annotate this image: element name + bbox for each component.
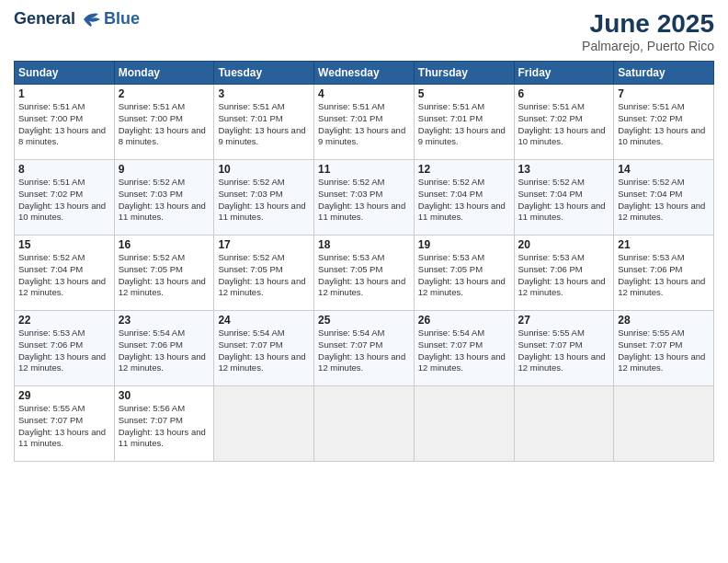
- header: General Blue June 2025 Palmarejo, Puerto…: [14, 9, 714, 53]
- calendar-subtitle: Palmarejo, Puerto Rico: [582, 39, 714, 53]
- weekday-header-sunday: Sunday: [15, 62, 115, 85]
- day-info: Sunrise: 5:56 AMSunset: 7:07 PMDaylight:…: [119, 403, 210, 450]
- calendar-cell: 12Sunrise: 5:52 AMSunset: 7:04 PMDayligh…: [414, 160, 514, 236]
- calendar-cell: 24Sunrise: 5:54 AMSunset: 7:07 PMDayligh…: [214, 311, 314, 386]
- day-number: 3: [218, 87, 310, 100]
- calendar-cell: 10Sunrise: 5:52 AMSunset: 7:03 PMDayligh…: [214, 160, 314, 236]
- logo-bird-icon: [82, 10, 102, 29]
- weekday-header-thursday: Thursday: [414, 62, 514, 85]
- calendar-cell: 23Sunrise: 5:54 AMSunset: 7:06 PMDayligh…: [114, 311, 214, 386]
- calendar-cell: 11Sunrise: 5:52 AMSunset: 7:03 PMDayligh…: [314, 160, 415, 236]
- day-info: Sunrise: 5:52 AMSunset: 7:04 PMDaylight:…: [618, 177, 710, 224]
- day-number: 27: [518, 314, 610, 327]
- week-row-4: 22Sunrise: 5:53 AMSunset: 7:06 PMDayligh…: [15, 311, 714, 386]
- calendar-cell: 30Sunrise: 5:56 AMSunset: 7:07 PMDayligh…: [114, 386, 214, 462]
- day-info: Sunrise: 5:51 AMSunset: 7:01 PMDaylight:…: [318, 101, 410, 148]
- calendar-cell: 27Sunrise: 5:55 AMSunset: 7:07 PMDayligh…: [514, 311, 614, 386]
- day-info: Sunrise: 5:54 AMSunset: 7:07 PMDaylight:…: [218, 327, 310, 374]
- calendar-cell: 4Sunrise: 5:51 AMSunset: 7:01 PMDaylight…: [314, 85, 415, 160]
- day-info: Sunrise: 5:53 AMSunset: 7:05 PMDaylight:…: [318, 252, 410, 299]
- day-info: Sunrise: 5:53 AMSunset: 7:06 PMDaylight:…: [618, 252, 710, 299]
- day-number: 28: [618, 314, 710, 327]
- day-info: Sunrise: 5:52 AMSunset: 7:04 PMDaylight:…: [518, 177, 610, 224]
- week-row-3: 15Sunrise: 5:52 AMSunset: 7:04 PMDayligh…: [15, 236, 714, 311]
- day-info: Sunrise: 5:54 AMSunset: 7:06 PMDaylight:…: [119, 327, 210, 374]
- logo-general: General: [14, 9, 75, 28]
- day-info: Sunrise: 5:52 AMSunset: 7:03 PMDaylight:…: [119, 177, 210, 224]
- day-number: 23: [119, 314, 210, 327]
- day-info: Sunrise: 5:52 AMSunset: 7:03 PMDaylight:…: [218, 177, 310, 224]
- calendar-cell: 9Sunrise: 5:52 AMSunset: 7:03 PMDaylight…: [114, 160, 214, 236]
- week-row-2: 8Sunrise: 5:51 AMSunset: 7:02 PMDaylight…: [15, 160, 714, 236]
- day-number: 25: [318, 314, 410, 327]
- weekday-header-friday: Friday: [514, 62, 614, 85]
- calendar-cell: 19Sunrise: 5:53 AMSunset: 7:05 PMDayligh…: [414, 236, 514, 311]
- day-number: 7: [618, 87, 710, 100]
- day-number: 8: [18, 163, 110, 176]
- calendar-cell: 28Sunrise: 5:55 AMSunset: 7:07 PMDayligh…: [614, 311, 714, 386]
- calendar-cell: 3Sunrise: 5:51 AMSunset: 7:01 PMDaylight…: [214, 85, 314, 160]
- calendar-cell: 29Sunrise: 5:55 AMSunset: 7:07 PMDayligh…: [15, 386, 115, 462]
- calendar-cell: 6Sunrise: 5:51 AMSunset: 7:02 PMDaylight…: [514, 85, 614, 160]
- calendar-cell: 1Sunrise: 5:51 AMSunset: 7:00 PMDaylight…: [15, 85, 115, 160]
- day-number: 6: [518, 87, 610, 100]
- calendar-table: SundayMondayTuesdayWednesdayThursdayFrid…: [14, 61, 714, 462]
- day-info: Sunrise: 5:53 AMSunset: 7:06 PMDaylight:…: [18, 327, 110, 374]
- day-number: 29: [18, 389, 110, 402]
- calendar-cell: 5Sunrise: 5:51 AMSunset: 7:01 PMDaylight…: [414, 85, 514, 160]
- day-number: 30: [119, 389, 210, 402]
- calendar-cell: 20Sunrise: 5:53 AMSunset: 7:06 PMDayligh…: [514, 236, 614, 311]
- logo-blue: Blue: [104, 9, 140, 29]
- logo: General Blue: [14, 9, 140, 29]
- day-number: 18: [318, 238, 410, 251]
- title-block: June 2025 Palmarejo, Puerto Rico: [582, 9, 714, 53]
- day-info: Sunrise: 5:51 AMSunset: 7:02 PMDaylight:…: [518, 101, 610, 148]
- day-number: 24: [218, 314, 310, 327]
- calendar-cell: [614, 386, 714, 462]
- day-number: 20: [518, 238, 610, 251]
- calendar-title: June 2025: [582, 9, 714, 39]
- day-number: 4: [318, 87, 410, 100]
- day-info: Sunrise: 5:51 AMSunset: 7:00 PMDaylight:…: [119, 101, 210, 148]
- day-number: 22: [18, 314, 110, 327]
- day-number: 2: [119, 87, 210, 100]
- logo-text: General: [14, 9, 102, 29]
- day-number: 5: [418, 87, 510, 100]
- calendar-cell: 22Sunrise: 5:53 AMSunset: 7:06 PMDayligh…: [15, 311, 115, 386]
- calendar-cell: [514, 386, 614, 462]
- day-number: 26: [418, 314, 510, 327]
- day-info: Sunrise: 5:51 AMSunset: 7:00 PMDaylight:…: [18, 101, 110, 148]
- calendar-cell: 18Sunrise: 5:53 AMSunset: 7:05 PMDayligh…: [314, 236, 415, 311]
- calendar-cell: 2Sunrise: 5:51 AMSunset: 7:00 PMDaylight…: [114, 85, 214, 160]
- day-number: 21: [618, 238, 710, 251]
- calendar-cell: [314, 386, 415, 462]
- calendar-cell: 14Sunrise: 5:52 AMSunset: 7:04 PMDayligh…: [614, 160, 714, 236]
- weekday-header-monday: Monday: [114, 62, 214, 85]
- day-number: 19: [418, 238, 510, 251]
- week-row-5: 29Sunrise: 5:55 AMSunset: 7:07 PMDayligh…: [15, 386, 714, 462]
- day-number: 12: [418, 163, 510, 176]
- day-number: 10: [218, 163, 310, 176]
- weekday-header-tuesday: Tuesday: [214, 62, 314, 85]
- day-info: Sunrise: 5:52 AMSunset: 7:04 PMDaylight:…: [18, 252, 110, 299]
- day-info: Sunrise: 5:53 AMSunset: 7:06 PMDaylight:…: [518, 252, 610, 299]
- calendar-cell: 17Sunrise: 5:52 AMSunset: 7:05 PMDayligh…: [214, 236, 314, 311]
- day-number: 1: [18, 87, 110, 100]
- weekday-header-row: SundayMondayTuesdayWednesdayThursdayFrid…: [15, 62, 714, 85]
- day-number: 11: [318, 163, 410, 176]
- calendar-cell: 13Sunrise: 5:52 AMSunset: 7:04 PMDayligh…: [514, 160, 614, 236]
- calendar-cell: 15Sunrise: 5:52 AMSunset: 7:04 PMDayligh…: [15, 236, 115, 311]
- page: General Blue June 2025 Palmarejo, Puerto…: [0, 0, 728, 563]
- day-info: Sunrise: 5:51 AMSunset: 7:02 PMDaylight:…: [618, 101, 710, 148]
- day-number: 17: [218, 238, 310, 251]
- day-info: Sunrise: 5:55 AMSunset: 7:07 PMDaylight:…: [618, 327, 710, 374]
- day-info: Sunrise: 5:54 AMSunset: 7:07 PMDaylight:…: [418, 327, 510, 374]
- calendar-cell: 16Sunrise: 5:52 AMSunset: 7:05 PMDayligh…: [114, 236, 214, 311]
- day-info: Sunrise: 5:52 AMSunset: 7:05 PMDaylight:…: [218, 252, 310, 299]
- weekday-header-saturday: Saturday: [614, 62, 714, 85]
- day-info: Sunrise: 5:55 AMSunset: 7:07 PMDaylight:…: [18, 403, 110, 450]
- calendar-cell: 8Sunrise: 5:51 AMSunset: 7:02 PMDaylight…: [15, 160, 115, 236]
- weekday-header-wednesday: Wednesday: [314, 62, 415, 85]
- calendar-cell: 26Sunrise: 5:54 AMSunset: 7:07 PMDayligh…: [414, 311, 514, 386]
- calendar-cell: 25Sunrise: 5:54 AMSunset: 7:07 PMDayligh…: [314, 311, 415, 386]
